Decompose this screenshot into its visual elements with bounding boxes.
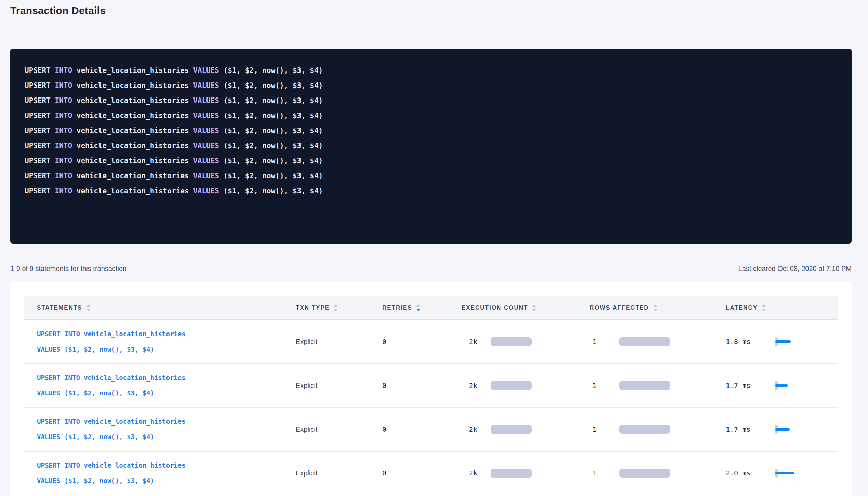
sql-token: UPSERT — [25, 187, 55, 195]
transaction-details-page: Transaction Details UPSERT INTO vehicle_… — [0, 0, 868, 496]
sql-keyword: INTO — [55, 81, 77, 90]
sql-statement-line: UPSERT INTO vehicle_location_histories V… — [25, 138, 838, 153]
statements-count-label: 1-9 of 9 statements for this transaction — [10, 265, 126, 273]
sql-keyword: VALUES — [193, 112, 224, 120]
latency-value: 1.8 ms — [726, 338, 753, 346]
retries-cell: 0 — [382, 469, 462, 477]
table-row: UPSERT INTO vehicle_location_historiesVA… — [24, 452, 838, 495]
latency-cell: 2.0 ms — [726, 469, 838, 478]
rows-affected-cell: 1 — [590, 381, 726, 390]
sql-token: UPSERT — [25, 96, 55, 105]
sql-token: UPSERT — [25, 172, 55, 180]
statement-line-2: VALUES ($1, $2, now(), $3, $4) — [37, 386, 186, 401]
sort-arrows-icon[interactable] — [86, 304, 91, 311]
column-header-statements[interactable]: STATEMENTS — [24, 304, 296, 311]
latency-bar-chart — [775, 337, 823, 346]
sql-statement-line: UPSERT INTO vehicle_location_histories V… — [25, 123, 838, 138]
sql-keyword: INTO — [55, 66, 77, 75]
execution-count-value: 2k — [462, 469, 477, 477]
sql-table-name: vehicle_location_histories — [77, 187, 193, 195]
rows-affected-cell: 1 — [590, 469, 726, 478]
execution-count-bar — [491, 381, 532, 390]
rows-affected-bar — [619, 381, 670, 390]
sql-token: UPSERT — [25, 157, 55, 165]
statement-line-1: UPSERT INTO vehicle_location_histories — [37, 458, 186, 473]
column-header-rows-affected[interactable]: ROWS AFFECTED — [590, 304, 726, 311]
sql-statement-line: UPSERT INTO vehicle_location_histories V… — [25, 183, 838, 198]
column-header-label: LATENCY — [726, 304, 758, 311]
sort-arrows-icon[interactable] — [532, 304, 536, 311]
statement-line-2: VALUES ($1, $2, now(), $3, $4) — [37, 473, 186, 488]
table-row: UPSERT INTO vehicle_location_historiesVA… — [24, 364, 838, 408]
rows-affected-value: 1 — [590, 469, 597, 477]
statements-table-card: STATEMENTS TXN TYPE RETRIES EXECUTION CO… — [10, 282, 852, 496]
table-row: UPSERT INTO vehicle_location_historiesVA… — [24, 320, 838, 364]
execution-count-bar — [491, 337, 532, 346]
sort-arrows-icon[interactable] — [416, 304, 420, 311]
statement-link[interactable]: UPSERT INTO vehicle_location_historiesVA… — [37, 458, 186, 488]
latency-cell: 1.7 ms — [726, 425, 838, 434]
sql-keyword: INTO — [55, 96, 77, 105]
table-body: UPSERT INTO vehicle_location_historiesVA… — [24, 320, 838, 495]
sql-statement-line: UPSERT INTO vehicle_location_histories V… — [25, 153, 838, 168]
sql-params: ($1, $2, now(), $3, $4) — [224, 172, 323, 180]
sql-params: ($1, $2, now(), $3, $4) — [224, 96, 323, 105]
sql-params: ($1, $2, now(), $3, $4) — [224, 112, 323, 120]
latency-bar — [775, 340, 791, 343]
sql-statement-line: UPSERT INTO vehicle_location_histories V… — [25, 78, 838, 93]
column-header-label: TXN TYPE — [296, 304, 330, 311]
status-row: 1-9 of 9 statements for this transaction… — [10, 265, 852, 273]
rows-affected-value: 1 — [590, 425, 597, 433]
rows-affected-bar — [619, 337, 670, 346]
txn-type-cell: Explicit — [296, 426, 382, 433]
txn-type-cell: Explicit — [296, 382, 382, 390]
sort-arrows-icon[interactable] — [653, 304, 657, 311]
latency-bar-chart — [775, 381, 823, 390]
sql-params: ($1, $2, now(), $3, $4) — [224, 81, 323, 90]
column-header-label: RETRIES — [382, 304, 412, 311]
column-header-label: EXECUTION COUNT — [462, 304, 528, 311]
column-header-execution-count[interactable]: EXECUTION COUNT — [462, 304, 590, 311]
sql-keyword: VALUES — [193, 157, 224, 165]
column-header-latency[interactable]: LATENCY — [726, 304, 838, 311]
sql-keyword: INTO — [55, 112, 77, 120]
table-header-row: STATEMENTS TXN TYPE RETRIES EXECUTION CO… — [24, 296, 838, 320]
sql-keyword: VALUES — [193, 172, 224, 180]
sql-token: UPSERT — [25, 66, 55, 75]
sort-arrows-icon[interactable] — [334, 304, 338, 311]
sql-keyword: INTO — [55, 127, 77, 135]
statement-line-1: UPSERT INTO vehicle_location_histories — [37, 326, 186, 342]
txn-type-cell: Explicit — [296, 338, 382, 346]
statement-link[interactable]: UPSERT INTO vehicle_location_historiesVA… — [37, 414, 186, 445]
latency-cell: 1.8 ms — [726, 337, 838, 346]
column-header-retries[interactable]: RETRIES — [382, 304, 462, 311]
execution-count-value: 2k — [462, 425, 477, 433]
column-header-label: ROWS AFFECTED — [590, 304, 649, 311]
rows-affected-value: 1 — [590, 338, 597, 346]
sql-table-name: vehicle_location_histories — [77, 157, 193, 165]
sql-keyword: VALUES — [193, 142, 224, 150]
latency-value: 1.7 ms — [726, 381, 753, 390]
sql-table-name: vehicle_location_histories — [77, 127, 193, 135]
column-header-label: STATEMENTS — [37, 304, 82, 311]
table-row: UPSERT INTO vehicle_location_historiesVA… — [24, 408, 838, 452]
column-header-txn-type[interactable]: TXN TYPE — [296, 304, 382, 311]
statement-cell: UPSERT INTO vehicle_location_historiesVA… — [24, 414, 296, 445]
retries-cell: 0 — [382, 338, 462, 346]
sql-table-name: vehicle_location_histories — [77, 66, 193, 75]
sql-table-name: vehicle_location_histories — [77, 112, 193, 120]
sql-keyword: INTO — [55, 142, 77, 150]
execution-count-cell: 2k — [462, 469, 590, 478]
sort-arrows-icon[interactable] — [762, 304, 766, 311]
sql-keyword: INTO — [55, 157, 77, 165]
sql-keyword: INTO — [55, 187, 77, 195]
rows-affected-bar — [619, 469, 670, 478]
sql-params: ($1, $2, now(), $3, $4) — [224, 142, 323, 150]
rows-affected-cell: 1 — [590, 425, 726, 434]
retries-cell: 0 — [382, 381, 462, 390]
statement-link[interactable]: UPSERT INTO vehicle_location_historiesVA… — [37, 326, 186, 357]
sql-table-name: vehicle_location_histories — [77, 96, 193, 105]
statement-line-2: VALUES ($1, $2, now(), $3, $4) — [37, 342, 186, 357]
statement-link[interactable]: UPSERT INTO vehicle_location_historiesVA… — [37, 370, 186, 401]
latency-bar — [775, 384, 788, 387]
